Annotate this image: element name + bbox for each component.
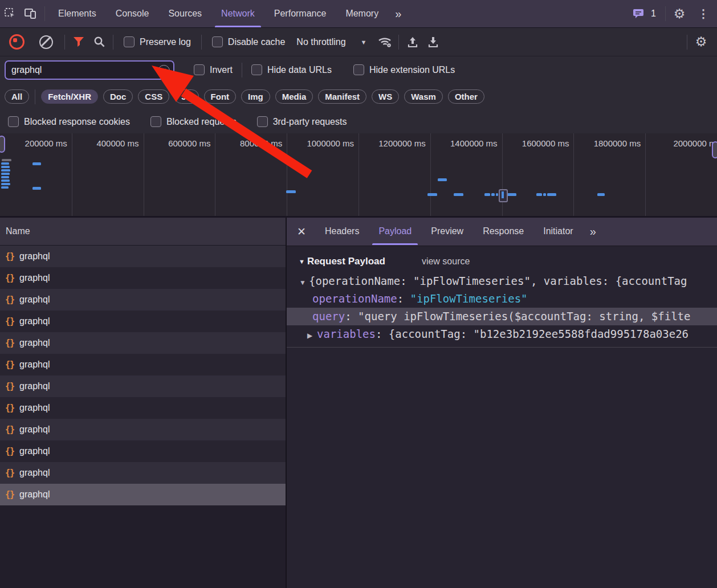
name-column-header[interactable]: Name: [0, 218, 286, 246]
timeline-request-bar[interactable]: [1, 179, 10, 182]
checkbox-box[interactable]: [353, 64, 364, 75]
import-har-icon[interactable]: [402, 32, 423, 52]
blocked-requests-checkbox[interactable]: Blocked requests: [150, 116, 237, 127]
timeline-request-bar[interactable]: [496, 193, 498, 196]
request-row[interactable]: {}graphql: [0, 440, 286, 462]
timeline-request-bar[interactable]: [507, 193, 516, 196]
payload-line[interactable]: query: "query ipFlowTimeseries($accountT…: [287, 308, 717, 325]
timeline-request-bar[interactable]: [543, 193, 546, 196]
timeline-request-bar[interactable]: [547, 193, 556, 196]
timeline-request-bar[interactable]: [1, 162, 9, 165]
details-tab-headers[interactable]: Headers: [315, 218, 369, 245]
timeline-request-bar[interactable]: [597, 193, 605, 196]
timeline-request-bar[interactable]: [454, 193, 463, 196]
view-source-link[interactable]: view source: [422, 256, 470, 267]
throttling-dropdown[interactable]: No throttling ▼: [296, 37, 366, 47]
request-payload-title[interactable]: ▼ Request Payload: [299, 256, 385, 267]
search-icon[interactable]: [89, 32, 109, 52]
chip-all[interactable]: All: [5, 89, 29, 104]
-rd-party-requests-checkbox[interactable]: 3rd-party requests: [257, 116, 347, 127]
checkbox-box[interactable]: [257, 116, 268, 127]
tab-elements[interactable]: Elements: [48, 0, 106, 27]
clear-filter-icon[interactable]: ✕: [158, 65, 170, 77]
timeline-request-bar[interactable]: [536, 193, 542, 196]
checkbox-box[interactable]: [124, 36, 135, 47]
record-network-log-icon[interactable]: [9, 34, 25, 50]
details-tab-preview[interactable]: Preview: [421, 218, 473, 245]
request-row[interactable]: {}graphql: [0, 246, 286, 267]
tab-memory[interactable]: Memory: [336, 0, 388, 27]
timeline-request-bar[interactable]: [1, 166, 10, 168]
chip-js[interactable]: JS: [174, 89, 198, 104]
chip-media[interactable]: Media: [275, 89, 313, 104]
timeline-left-handle[interactable]: [0, 136, 5, 153]
timeline-request-bar[interactable]: [1, 176, 9, 178]
timeline-request-bar[interactable]: [491, 193, 495, 196]
issues-count[interactable]: 1: [651, 9, 656, 19]
checkbox-box[interactable]: [150, 116, 161, 127]
network-conditions-icon[interactable]: [374, 32, 395, 52]
request-row[interactable]: {}graphql: [0, 289, 286, 311]
issues-message-icon[interactable]: [628, 3, 649, 24]
details-tab-payload[interactable]: Payload: [369, 218, 421, 245]
network-overview-timeline[interactable]: 200000 ms400000 ms600000 ms800000 ms1000…: [0, 133, 717, 218]
settings-gear-icon[interactable]: ⚙: [669, 3, 690, 24]
timeline-request-bar[interactable]: [32, 187, 41, 190]
chip-img[interactable]: Img: [241, 89, 270, 104]
expand-closed-icon[interactable]: ▶: [307, 327, 317, 343]
hide-extension-urls-checkbox[interactable]: Hide extension URLs: [353, 64, 455, 75]
invert-checkbox[interactable]: Invert: [194, 64, 233, 75]
checkbox-box[interactable]: [212, 36, 223, 47]
blocked-response-cookies-checkbox[interactable]: Blocked response cookies: [8, 116, 130, 127]
timeline-request-bar[interactable]: [1, 186, 9, 189]
tab-performance[interactable]: Performance: [264, 0, 336, 27]
close-details-icon[interactable]: ✕: [287, 225, 315, 238]
tab-sources[interactable]: Sources: [158, 0, 211, 27]
details-tab-initiator[interactable]: Initiator: [533, 218, 582, 245]
chip-css[interactable]: CSS: [138, 89, 169, 104]
filter-input[interactable]: [5, 60, 174, 80]
request-row[interactable]: {}graphql: [0, 354, 286, 375]
details-tab-response[interactable]: Response: [473, 218, 533, 245]
timeline-request-bar[interactable]: [1, 169, 10, 172]
request-row[interactable]: {}graphql: [0, 462, 286, 484]
chip-fetchxhr[interactable]: Fetch/XHR: [41, 89, 98, 104]
checkbox-box[interactable]: [8, 116, 19, 127]
request-row[interactable]: {}graphql: [0, 311, 286, 332]
timeline-request-bar[interactable]: [484, 193, 490, 196]
clear-network-log-icon[interactable]: [39, 35, 53, 49]
checkbox-box[interactable]: [194, 64, 205, 75]
export-har-icon[interactable]: [423, 32, 443, 52]
payload-line[interactable]: ▼{operationName: "ipFlowTimeseries", var…: [287, 272, 717, 290]
payload-line[interactable]: operationName: "ipFlowTimeseries": [287, 290, 717, 308]
tab-console[interactable]: Console: [106, 0, 159, 27]
timeline-right-handle[interactable]: [712, 141, 717, 158]
timeline-selected-marker[interactable]: [499, 189, 508, 202]
timeline-request-bar[interactable]: [286, 190, 296, 193]
request-row[interactable]: {}graphql: [0, 332, 286, 354]
timeline-request-bar[interactable]: [1, 183, 10, 185]
network-settings-gear-icon[interactable]: ⚙: [691, 32, 711, 52]
chip-other[interactable]: Other: [448, 89, 484, 104]
inspect-element-icon[interactable]: [0, 3, 21, 24]
chip-wasm[interactable]: Wasm: [404, 89, 443, 104]
device-toolbar-icon[interactable]: [21, 3, 41, 24]
hide-data-urls-checkbox[interactable]: Hide data URLs: [251, 64, 332, 75]
more-tabs-icon[interactable]: »: [388, 7, 407, 21]
chip-font[interactable]: Font: [204, 89, 236, 104]
request-row[interactable]: {}graphql: [0, 375, 286, 397]
timeline-request-bar[interactable]: [1, 173, 10, 175]
filter-funnel-icon[interactable]: [68, 32, 89, 52]
timeline-request-bar[interactable]: [427, 193, 437, 196]
overflow-menu-icon[interactable]: ⋮: [690, 7, 717, 21]
expand-open-icon[interactable]: ▼: [299, 274, 309, 290]
request-row[interactable]: {}graphql: [0, 419, 286, 440]
chip-doc[interactable]: Doc: [103, 89, 133, 104]
request-row[interactable]: {}graphql: [0, 267, 286, 289]
preserve-log-checkbox[interactable]: Preserve log: [124, 36, 191, 47]
request-row[interactable]: {}graphql: [0, 397, 286, 419]
timeline-request-bar[interactable]: [438, 178, 447, 181]
checkbox-box[interactable]: [251, 64, 262, 75]
tab-network[interactable]: Network: [211, 0, 264, 27]
timeline-request-bar[interactable]: [32, 162, 41, 165]
